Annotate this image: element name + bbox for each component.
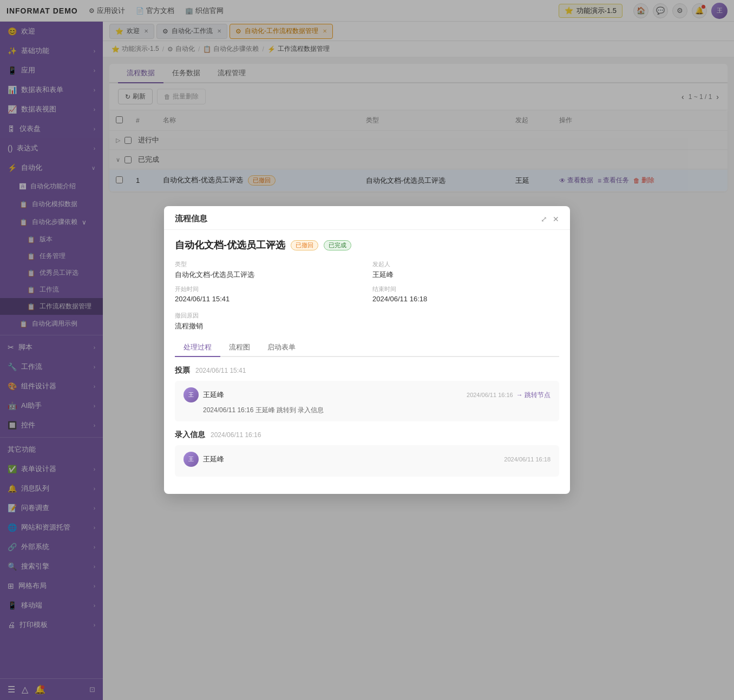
timeline-card-vote: 王 王延峰 2024/06/11 16:16 → 跳转节点 2024/06/11… [175, 381, 559, 421]
page-content: 流程数据 任务数据 流程管理 ↻ 刷新 🗑 批量删除 ‹ 1 ~ 1 / 1 › [103, 57, 734, 700]
modal-name-row: 自动化文档-优选员工评选 已撤回 已完成 [175, 239, 559, 252]
info-end-time: 结束时间 2024/06/11 16:18 [372, 285, 559, 303]
modal-info-grid: 类型 自动化文档-优选员工评选 发起人 王延峰 开始时间 2024/06/11 … [175, 260, 559, 303]
modal-tab-flowchart[interactable]: 流程图 [220, 339, 259, 357]
timeline-card-header-entry: 王 王延峰 2024/06/11 16:18 [184, 452, 550, 467]
modal-inner-tabs: 处理过程 流程图 启动表单 [175, 339, 559, 357]
info-type: 类型 自动化文档-优选员工评选 [175, 260, 362, 280]
modal-header: 流程信息 ⤢ ✕ [164, 206, 570, 230]
modal-tab-launch-form[interactable]: 启动表单 [259, 339, 304, 357]
modal-overlay[interactable]: 流程信息 ⤢ ✕ 自动化文档-优选员工评选 已撤回 已完成 [103, 57, 734, 700]
info-revoke-reason: 撤回原因 流程撤销 [175, 312, 559, 331]
timeline-card-header: 王 王延峰 2024/06/11 16:16 → 跳转节点 [184, 387, 550, 402]
modal-status-tag-revoked: 已撤回 [291, 240, 318, 250]
timeline-avatar-entry: 王 [184, 452, 199, 467]
timeline-section-vote: 投票 2024/06/11 15:41 王 王延峰 [175, 366, 559, 421]
modal-expand-btn[interactable]: ⤢ [541, 215, 547, 223]
modal-tab-process[interactable]: 处理过程 [175, 339, 220, 357]
timeline-section-entry: 录入信息 2024/06/11 16:16 王 王延峰 [175, 430, 559, 477]
info-initiator: 发起人 王延峰 [372, 260, 559, 280]
modal-title: 流程信息 [175, 214, 207, 224]
timeline-detail: 2024/06/11 16:16 王延峰 跳转到 录入信息 [184, 406, 550, 415]
modal-header-actions: ⤢ ✕ [541, 215, 559, 223]
modal: 流程信息 ⤢ ✕ 自动化文档-优选员工评选 已撤回 已完成 [164, 206, 570, 494]
timeline-section-header-vote: 投票 2024/06/11 15:41 [175, 366, 559, 375]
modal-close-btn[interactable]: ✕ [553, 215, 559, 223]
timeline-time-action-entry: 2024/06/11 16:18 [504, 456, 550, 463]
modal-name: 自动化文档-优选员工评选 [175, 239, 285, 252]
modal-status-tag-completed: 已完成 [324, 240, 351, 250]
timeline-user: 王 王延峰 [184, 387, 224, 402]
timeline-time-action: 2024/06/11 16:16 → 跳转节点 [467, 391, 550, 400]
timeline-section-header-entry: 录入信息 2024/06/11 16:16 [175, 430, 559, 440]
main-layout: 😊 欢迎 ✨ 基础功能 › 📱 应用 › 📊 数据表和表单 › 📈 数据表视图 … [0, 22, 734, 700]
modal-body: 自动化文档-优选员工评选 已撤回 已完成 类型 自动化文档-优选员工评选 发起 [164, 230, 570, 494]
timeline-card-entry: 王 王延峰 2024/06/11 16:18 [175, 445, 559, 477]
timeline-user-entry: 王 王延峰 [184, 452, 224, 467]
timeline-avatar: 王 [184, 387, 199, 402]
info-start-time: 开始时间 2024/06/11 15:41 [175, 285, 362, 303]
content-area: ⭐ 欢迎 ✕ ⚙ 自动化-工作流 ✕ ⚙ 自动化-工作流程数据管理 ✕ ⭐ 功能… [103, 22, 734, 700]
